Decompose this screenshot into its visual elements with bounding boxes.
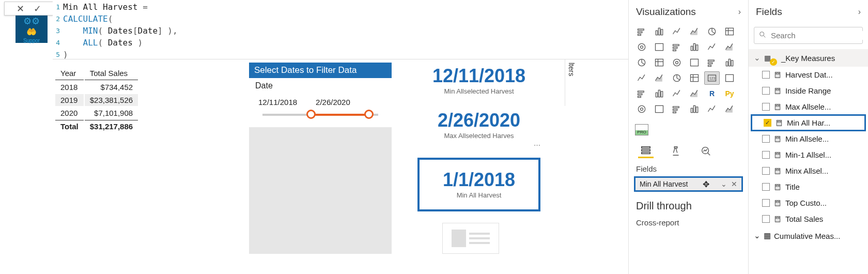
report-canvas[interactable]: Year Total Sales 2018$734,4522019$23,381… [0,59,577,274]
measure-icon [774,216,781,223]
chevron-right-icon: ⌄ [754,231,761,240]
field-total-sales[interactable]: Total Sales [749,211,868,227]
field-checkbox[interactable] [762,215,770,223]
measure-icon [774,200,781,207]
viz-stacked-bar-100-icon[interactable] [704,25,720,38]
custom-visual-pro-icon[interactable]: PRO [635,124,648,135]
viz-slicer-icon[interactable] [652,87,667,100]
viz-stacked-area-icon[interactable] [669,40,685,54]
viz-ribbon-icon[interactable] [722,40,737,54]
viz-map-icon[interactable] [634,71,649,85]
field-harvest-dat-[interactable]: Harvest Dat... [749,67,868,83]
viz-py-icon[interactable]: Py [722,87,737,100]
viz-table-icon[interactable] [669,87,685,100]
field-checkbox[interactable] [762,151,770,159]
viz-paginated-icon[interactable] [687,102,702,116]
table-row[interactable]: 2020$7,101,908 [55,107,138,119]
viz-clustered-column-icon[interactable] [687,25,702,38]
viz-line-column-icon[interactable] [687,40,702,54]
svg-rect-44 [673,112,676,113]
viz-decomposition-icon[interactable] [652,102,667,116]
svg-rect-12 [673,47,677,49]
field-well-values[interactable]: Min All Harvest ✥ ⌄ ✕ [634,176,743,192]
viz-waterfall-icon[interactable] [634,56,649,69]
field-label: Max Allsele... [785,102,831,111]
field-top-custo-[interactable]: Top Custo... [749,195,868,211]
slicer-handle-start[interactable] [306,110,316,119]
field-dropdown-icon[interactable]: ⌄ [721,180,727,188]
viz-matrix-icon[interactable] [687,87,702,100]
field-minx-allsel-[interactable]: Minx Allsel... [749,163,868,179]
viz-donut-icon[interactable] [704,56,720,69]
svg-point-40 [641,108,643,111]
format-tab-icon[interactable] [668,144,684,158]
card-max-allselected[interactable]: 2/26/2020 Max Allselected Harves ⋯ [420,111,538,140]
fields-search[interactable] [754,27,863,44]
viz-line-icon[interactable] [634,40,649,54]
svg-point-52 [760,32,764,36]
svg-rect-29 [691,74,699,81]
analytics-tab-icon[interactable] [698,144,714,158]
cancel-formula-icon[interactable]: ✕ [17,3,24,14]
viz-scatter-icon[interactable] [669,56,685,69]
viz-qna-icon[interactable] [669,102,685,116]
date-slicer[interactable]: Select Dates to Filter Data Date 12/11/2… [249,63,392,254]
field-checkbox[interactable] [762,183,770,191]
viz-funnel-icon[interactable] [652,56,667,69]
viz-stacked-column-icon[interactable] [669,25,685,38]
table-row[interactable]: 2018$734,452 [55,81,138,93]
viz-line-column2-icon[interactable] [704,40,720,54]
card-min-all-harvest[interactable]: 1/1/2018 Min All Harvest [417,158,540,211]
field-checkbox[interactable] [762,199,770,207]
viz-pie-icon[interactable] [687,56,702,69]
sales-table[interactable]: Year Total Sales 2018$734,4522019$23,381… [54,66,139,133]
field-checkbox[interactable] [762,167,770,175]
field-title[interactable]: Title [749,179,868,195]
table-cumulative-measures[interactable]: ⌄ ▦ Cumulative Meas... [749,227,868,245]
field-min-all-har-[interactable]: ✓Min All Har... [751,114,866,131]
field-checkbox[interactable] [762,71,770,79]
viz-clustered-bar-icon[interactable] [652,25,667,38]
viz-multi-card-icon[interactable] [722,71,737,85]
fields-tab-icon[interactable] [638,144,654,158]
viz-filled-map-icon[interactable] [652,71,667,85]
viz-kpi-icon[interactable] [634,87,649,100]
empty-visual-placeholder[interactable] [442,223,499,254]
viz-key-influencers-icon[interactable] [634,102,649,116]
search-input[interactable] [771,31,868,40]
visualizations-pane: Visualizations › 123RPy PRO Fields Min A… [628,0,748,274]
field-checkbox[interactable] [762,103,770,111]
viz-stacked-bar-icon[interactable] [634,25,649,38]
slicer-handle-end[interactable] [364,110,374,119]
field-min-allsele-[interactable]: Min Allsele... [749,131,868,147]
viz-card-icon[interactable]: 123 [704,71,720,85]
viz-marketplace-icon[interactable] [704,102,720,116]
field-remove-icon[interactable]: ✕ [731,180,737,188]
slicer-track[interactable] [262,114,378,116]
svg-rect-27 [731,60,733,66]
viz-treemap-icon[interactable] [722,56,737,69]
table-key-measures[interactable]: ⌄ ▦✓ _Key Measures [749,49,868,67]
viz-clustered-column-100-icon[interactable] [722,25,737,38]
svg-point-74 [780,124,780,124]
field-min-1-allsel-[interactable]: Min-1 Allsel... [749,147,868,163]
viz-gauge-icon[interactable] [687,71,702,85]
viz-area-icon[interactable] [652,40,667,54]
viz-shape-map-icon[interactable] [669,71,685,85]
fields-pane: Fields › ⌄ ▦✓ _Key Measures Harvest Dat.… [748,0,868,274]
field-checkbox[interactable] [762,135,770,143]
field-inside-range[interactable]: Inside Range [749,83,868,99]
field-checkbox[interactable]: ✓ [764,119,771,127]
collapse-fields-pane-icon[interactable]: › [858,7,861,17]
field-checkbox[interactable] [762,87,770,95]
viz-pane-title: Visualizations [636,6,696,18]
card-min-allselected[interactable]: 12/11/2018 Min Allselected Harvest [420,67,538,95]
table-row[interactable]: 2019$23,381,526 [55,94,138,106]
filters-pane-collapsed[interactable]: lters [565,59,577,106]
viz-blank-icon[interactable] [722,102,737,116]
field-max-allsele-[interactable]: Max Allsele... [749,99,868,115]
viz-r-icon[interactable]: R [704,87,720,100]
more-options-icon[interactable]: ⋯ [534,141,540,149]
commit-formula-icon[interactable]: ✓ [34,3,41,14]
collapse-viz-pane-icon[interactable]: › [738,7,741,17]
